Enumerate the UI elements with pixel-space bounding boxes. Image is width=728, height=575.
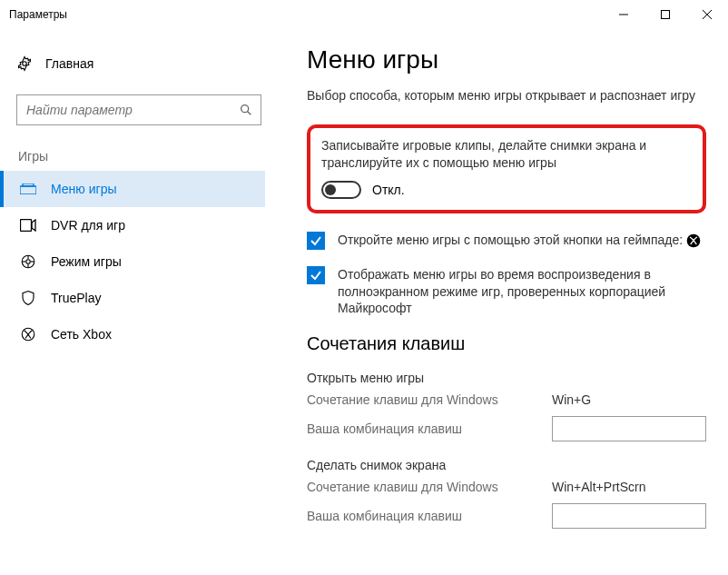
xbox-network-icon bbox=[20, 326, 36, 342]
svg-rect-8 bbox=[23, 183, 34, 186]
shortcut-custom-input[interactable] bbox=[552, 416, 706, 441]
shortcut-custom-input[interactable] bbox=[552, 503, 706, 529]
game-mode-icon bbox=[20, 253, 36, 270]
group-title: Открыть меню игры bbox=[307, 371, 706, 385]
svg-rect-1 bbox=[662, 11, 670, 19]
shortcut-custom-label: Ваша комбинация клавиш bbox=[307, 421, 534, 436]
group-title: Сделать снимок экрана bbox=[307, 458, 706, 472]
gear-icon bbox=[16, 55, 33, 72]
shortcut-custom-label: Ваша комбинация клавиш bbox=[307, 509, 534, 523]
main-content: Меню игры Выбор способа, которым меню иг… bbox=[281, 29, 728, 575]
nav-item-trueplay[interactable]: TruePlay bbox=[0, 280, 265, 316]
record-toggle-state: Откл. bbox=[372, 183, 405, 197]
close-button[interactable] bbox=[686, 0, 728, 29]
nav-item-game-mode[interactable]: Режим игры bbox=[0, 243, 265, 280]
titlebar: Параметры bbox=[0, 0, 728, 29]
nav-item-game-bar[interactable]: Меню игры bbox=[0, 171, 265, 207]
section-label: Игры bbox=[16, 149, 265, 164]
svg-point-5 bbox=[241, 105, 249, 113]
trueplay-icon bbox=[20, 290, 36, 306]
shortcut-windows-value: Win+G bbox=[552, 392, 706, 407]
titlebar-buttons bbox=[603, 0, 728, 29]
window-title: Параметры bbox=[9, 8, 67, 21]
shortcut-windows-label: Сочетание клавиш для Windows bbox=[307, 392, 534, 407]
shortcut-group-screenshot: Сделать снимок экрана Сочетание клавиш д… bbox=[307, 458, 706, 529]
svg-marker-10 bbox=[32, 220, 35, 231]
dvr-icon bbox=[20, 217, 36, 233]
svg-point-12 bbox=[26, 260, 31, 264]
record-toggle[interactable] bbox=[321, 181, 361, 199]
nav: Меню игры DVR для игр Режим игры TruePla… bbox=[0, 171, 265, 352]
sidebar: Главная Игры Меню игры DVR для игр bbox=[0, 29, 281, 575]
nav-label: Меню игры bbox=[51, 182, 117, 196]
search-box[interactable] bbox=[16, 94, 261, 125]
page-subtitle: Выбор способа, которым меню игры открыва… bbox=[307, 87, 706, 104]
shortcut-windows-label: Сочетание клавиш для Windows bbox=[307, 480, 534, 494]
record-highlight: Записывайте игровые клипы, делайте снимк… bbox=[307, 124, 706, 213]
shortcut-windows-value: Win+Alt+PrtScrn bbox=[552, 480, 706, 494]
svg-point-4 bbox=[23, 62, 27, 66]
record-desc: Записывайте игровые клипы, делайте снимк… bbox=[321, 137, 692, 172]
shortcut-group-open: Открыть меню игры Сочетание клавиш для W… bbox=[307, 371, 706, 441]
game-bar-icon bbox=[20, 181, 36, 197]
page-title: Меню игры bbox=[307, 45, 706, 74]
minimize-button[interactable] bbox=[603, 0, 644, 29]
checkbox-gamepad-label: Откройте меню игры с помощью этой кнопки… bbox=[338, 232, 701, 249]
search-icon bbox=[239, 103, 253, 117]
nav-label: DVR для игр bbox=[51, 218, 125, 233]
search-input[interactable] bbox=[17, 95, 261, 124]
home-link[interactable]: Главная bbox=[16, 45, 265, 82]
nav-label: Режим игры bbox=[51, 254, 122, 269]
nav-label: Сеть Xbox bbox=[51, 327, 112, 342]
shortcuts-heading: Сочетания клавиш bbox=[307, 333, 706, 354]
svg-rect-7 bbox=[20, 186, 36, 194]
nav-item-xbox-network[interactable]: Сеть Xbox bbox=[0, 316, 265, 352]
svg-rect-9 bbox=[21, 220, 32, 232]
home-label: Главная bbox=[45, 56, 93, 71]
checkbox-fullscreen[interactable] bbox=[307, 266, 325, 284]
checkbox-gamepad[interactable] bbox=[307, 232, 325, 250]
nav-label: TruePlay bbox=[51, 291, 102, 305]
svg-line-6 bbox=[248, 112, 251, 115]
maximize-button[interactable] bbox=[644, 0, 686, 29]
checkbox-fullscreen-label: Отображать меню игры во время воспроизве… bbox=[338, 266, 706, 318]
xbox-icon bbox=[686, 233, 701, 248]
nav-item-game-dvr[interactable]: DVR для игр bbox=[0, 207, 265, 243]
